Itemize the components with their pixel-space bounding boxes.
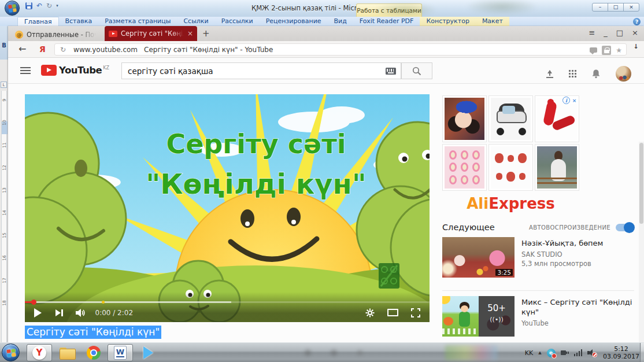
taskbar-clock[interactable]: 5:12 03.09.2017	[603, 345, 639, 360]
word-tab-home[interactable]: Главная	[17, 17, 59, 26]
theater-mode-icon[interactable]	[387, 309, 398, 316]
account-avatar[interactable]	[616, 66, 631, 82]
ruler-tab-selector[interactable]: L	[1, 82, 7, 88]
undo-icon[interactable]: ↶	[36, 2, 42, 9]
autoplay-toggle[interactable]	[616, 224, 633, 231]
office-flag-icon	[8, 4, 17, 13]
word-icon: W	[114, 346, 127, 360]
ad-image[interactable]: i ×	[535, 95, 579, 142]
word-tab-insert[interactable]: Вставка	[59, 17, 99, 26]
browser-minimize-button[interactable]: _	[604, 27, 608, 39]
ad-close-icon[interactable]: ×	[571, 97, 578, 104]
taskbar-yandex-browser[interactable]: Y	[27, 344, 52, 361]
comments-icon[interactable]	[590, 47, 597, 53]
related-thumbnail-1[interactable]: 3:25	[442, 237, 515, 278]
word-contextual-tabs: Конструктор Макет	[420, 17, 509, 26]
downloads-button[interactable]: ↓	[632, 44, 640, 50]
word-tab-review[interactable]: Рецензирование	[260, 17, 328, 26]
new-tab-button[interactable]: +	[202, 28, 210, 39]
tray-app-icon[interactable]: e	[547, 349, 556, 357]
ad-info-icon[interactable]: i	[562, 97, 570, 104]
word-tab-view[interactable]: Вид	[328, 17, 353, 26]
word-close-button[interactable]: ×	[623, 3, 639, 12]
settings-gear-icon[interactable]	[365, 308, 375, 317]
related-channel[interactable]: SAK STUDIO	[521, 250, 603, 258]
word-tab-references[interactable]: Ссылки	[177, 17, 214, 26]
search-button[interactable]	[401, 62, 432, 79]
tray-expand-icon[interactable]: ▲	[538, 350, 541, 355]
next-button[interactable]	[55, 309, 63, 316]
video-title-selected[interactable]: Сергіту сәті "Көңілді күн"	[25, 326, 161, 339]
word-tab-mailings[interactable]: Рассылки	[215, 17, 260, 26]
redo-icon[interactable]: ↻	[46, 2, 52, 9]
related-video-1[interactable]: 3:25 Нәзік-Ұйықта, бөпем SAK STUDIO 5,3 …	[442, 237, 636, 278]
ad-image[interactable]	[535, 144, 579, 191]
video-player[interactable]: Сергіту сәті "Көңілді күн"	[25, 94, 430, 322]
word-ribbon-cut-letter: В	[0, 42, 8, 49]
browser-window-controls: ≡ _ □ ×	[589, 27, 638, 39]
video-overlay-title-line1: Сергіту сәті	[166, 128, 346, 160]
word-tab-foxit[interactable]: Foxit Reader PDF	[353, 17, 420, 26]
browser-tab-mail[interactable]: @ Отправленные - Почта Mai	[10, 28, 104, 41]
start-button[interactable]	[2, 343, 20, 361]
ad-image[interactable]	[488, 144, 533, 191]
autoplay-label: АВТОВОСПРОИЗВЕДЕНИЕ	[529, 224, 610, 231]
word-vertical-ruler: 9 10 11 12 13 14 15 16 17 18	[1, 91, 7, 342]
browser-close-button[interactable]: ×	[632, 27, 638, 39]
word-tab-page-layout[interactable]: Разметка страницы	[98, 17, 177, 26]
search-box	[121, 62, 401, 79]
hamburger-menu-icon[interactable]	[20, 67, 31, 76]
ad-banner[interactable]: i ×	[442, 95, 579, 191]
lock-icon[interactable]	[602, 46, 611, 55]
network-signal-icon[interactable]	[574, 349, 583, 356]
aliexpress-logo[interactable]: AliExpress	[442, 195, 579, 212]
word-help-icon[interactable]: ?	[633, 18, 641, 25]
yandex-logo-icon[interactable]: Я	[39, 45, 46, 54]
play-button[interactable]	[34, 308, 42, 317]
taskbar-explorer[interactable]	[54, 344, 80, 361]
tab-close-icon[interactable]: ×	[187, 30, 193, 37]
power-plug-icon[interactable]	[561, 349, 569, 356]
search-input[interactable]	[122, 67, 386, 76]
related-video-2[interactable]: 50+ ((•)) Микс – Сергіту сәті "Көңілді к…	[442, 296, 636, 337]
browser-tab-youtube[interactable]: Сергіту сәті "Көңілді күн" ×	[105, 26, 197, 41]
word-restore-button[interactable]: □	[608, 3, 624, 12]
notifications-bell-icon[interactable]	[591, 69, 601, 79]
refresh-icon[interactable]: ↻	[60, 46, 66, 54]
show-desktop-button[interactable]	[640, 343, 644, 362]
fullscreen-icon[interactable]	[411, 308, 420, 317]
related-channel[interactable]: YouTube	[521, 319, 636, 327]
related-thumbnail-2[interactable]: 50+ ((•))	[442, 296, 515, 337]
youtube-logo[interactable]: YouTube KZ	[41, 65, 109, 76]
word-minimize-button[interactable]: –	[592, 3, 608, 12]
apps-grid-icon[interactable]	[569, 70, 576, 77]
taskbar-media-player[interactable]	[135, 344, 161, 361]
related-title[interactable]: Микс – Сергіту сәті "Көңілді күн"	[521, 297, 636, 317]
volume-muted-icon[interactable]	[587, 349, 597, 357]
upload-icon[interactable]	[546, 70, 554, 78]
taskbar-chrome[interactable]	[81, 344, 106, 361]
office-button-icon[interactable]	[5, 1, 20, 16]
page-scrollbar[interactable]	[639, 142, 644, 362]
browser-maximize-button[interactable]: □	[616, 27, 623, 39]
keyboard-icon[interactable]	[386, 68, 396, 75]
save-icon[interactable]	[25, 2, 32, 9]
qat-dropdown-icon[interactable]: ▾	[56, 3, 58, 8]
related-title[interactable]: Нәзік-Ұйықта, бөпем	[521, 238, 603, 248]
word-tab-design[interactable]: Конструктор	[420, 17, 475, 26]
language-indicator[interactable]: KK	[525, 349, 533, 357]
word-tab-layout[interactable]: Макет	[476, 17, 509, 26]
address-bar[interactable]: ↻ www.youtube.com Сергіту сәті "Көңілді …	[54, 43, 627, 56]
ad-image[interactable]	[488, 95, 533, 142]
bookmark-star-icon[interactable]: ★	[616, 47, 622, 54]
volume-button[interactable]	[76, 308, 86, 317]
ad-image[interactable]	[442, 144, 487, 191]
youtube-header: YouTube KZ	[8, 58, 644, 84]
back-icon[interactable]: ←	[18, 43, 26, 54]
browser-menu-icon[interactable]: ≡	[589, 27, 595, 39]
scrollbar-thumb[interactable]	[639, 143, 643, 224]
taskbar-word[interactable]: W	[108, 344, 133, 361]
ad-image[interactable]	[442, 95, 487, 142]
chrome-icon	[87, 346, 101, 360]
mix-count-badge: 50+	[479, 303, 515, 313]
